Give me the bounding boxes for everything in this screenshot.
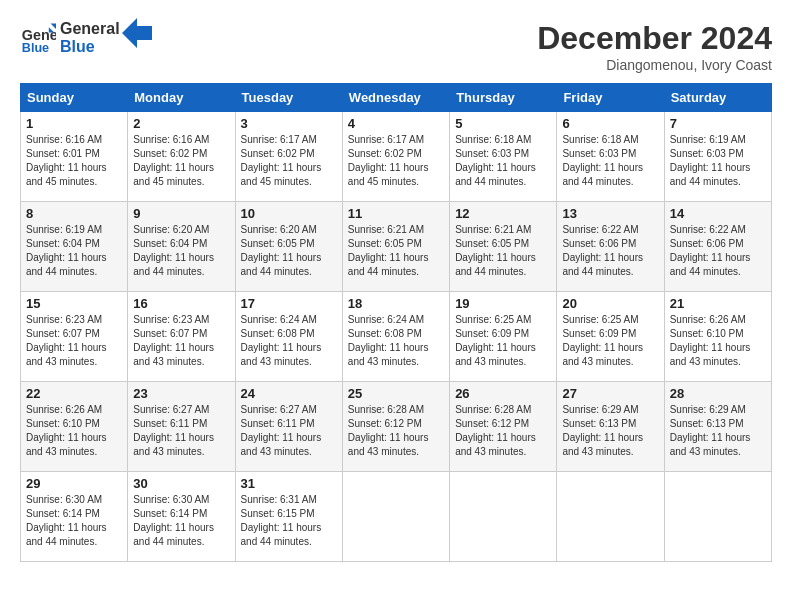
day-number: 29 <box>26 476 122 491</box>
calendar-cell: 10 Sunrise: 6:20 AM Sunset: 6:05 PM Dayl… <box>235 202 342 292</box>
day-info: Sunrise: 6:30 AM Sunset: 6:14 PM Dayligh… <box>26 493 122 549</box>
day-number: 1 <box>26 116 122 131</box>
day-number: 12 <box>455 206 551 221</box>
day-info: Sunrise: 6:29 AM Sunset: 6:13 PM Dayligh… <box>562 403 658 459</box>
day-info: Sunrise: 6:17 AM Sunset: 6:02 PM Dayligh… <box>348 133 444 189</box>
day-info: Sunrise: 6:26 AM Sunset: 6:10 PM Dayligh… <box>670 313 766 369</box>
header-tuesday: Tuesday <box>235 84 342 112</box>
day-number: 15 <box>26 296 122 311</box>
calendar-cell <box>557 472 664 562</box>
day-number: 28 <box>670 386 766 401</box>
header-saturday: Saturday <box>664 84 771 112</box>
logo-general: General <box>60 20 120 38</box>
day-number: 17 <box>241 296 337 311</box>
day-info: Sunrise: 6:21 AM Sunset: 6:05 PM Dayligh… <box>348 223 444 279</box>
day-number: 24 <box>241 386 337 401</box>
day-info: Sunrise: 6:24 AM Sunset: 6:08 PM Dayligh… <box>348 313 444 369</box>
calendar-cell: 13 Sunrise: 6:22 AM Sunset: 6:06 PM Dayl… <box>557 202 664 292</box>
day-info: Sunrise: 6:17 AM Sunset: 6:02 PM Dayligh… <box>241 133 337 189</box>
calendar-cell: 22 Sunrise: 6:26 AM Sunset: 6:10 PM Dayl… <box>21 382 128 472</box>
calendar-cell: 16 Sunrise: 6:23 AM Sunset: 6:07 PM Dayl… <box>128 292 235 382</box>
calendar-week-row: 15 Sunrise: 6:23 AM Sunset: 6:07 PM Dayl… <box>21 292 772 382</box>
calendar-cell: 2 Sunrise: 6:16 AM Sunset: 6:02 PM Dayli… <box>128 112 235 202</box>
calendar-cell: 31 Sunrise: 6:31 AM Sunset: 6:15 PM Dayl… <box>235 472 342 562</box>
day-number: 25 <box>348 386 444 401</box>
day-info: Sunrise: 6:27 AM Sunset: 6:11 PM Dayligh… <box>133 403 229 459</box>
calendar-cell <box>450 472 557 562</box>
calendar-week-row: 1 Sunrise: 6:16 AM Sunset: 6:01 PM Dayli… <box>21 112 772 202</box>
calendar-cell: 25 Sunrise: 6:28 AM Sunset: 6:12 PM Dayl… <box>342 382 449 472</box>
calendar-cell: 21 Sunrise: 6:26 AM Sunset: 6:10 PM Dayl… <box>664 292 771 382</box>
calendar-cell: 26 Sunrise: 6:28 AM Sunset: 6:12 PM Dayl… <box>450 382 557 472</box>
day-number: 10 <box>241 206 337 221</box>
day-info: Sunrise: 6:25 AM Sunset: 6:09 PM Dayligh… <box>562 313 658 369</box>
calendar-cell: 29 Sunrise: 6:30 AM Sunset: 6:14 PM Dayl… <box>21 472 128 562</box>
day-number: 18 <box>348 296 444 311</box>
day-info: Sunrise: 6:18 AM Sunset: 6:03 PM Dayligh… <box>562 133 658 189</box>
calendar-cell <box>664 472 771 562</box>
day-number: 4 <box>348 116 444 131</box>
logo-arrow-icon <box>122 18 152 48</box>
logo-icon: General Blue <box>20 20 56 56</box>
day-info: Sunrise: 6:31 AM Sunset: 6:15 PM Dayligh… <box>241 493 337 549</box>
day-number: 13 <box>562 206 658 221</box>
day-number: 20 <box>562 296 658 311</box>
calendar-cell: 23 Sunrise: 6:27 AM Sunset: 6:11 PM Dayl… <box>128 382 235 472</box>
day-info: Sunrise: 6:27 AM Sunset: 6:11 PM Dayligh… <box>241 403 337 459</box>
day-number: 27 <box>562 386 658 401</box>
day-number: 3 <box>241 116 337 131</box>
logo-blue: Blue <box>60 38 120 56</box>
location-label: Diangomenou, Ivory Coast <box>537 57 772 73</box>
day-info: Sunrise: 6:20 AM Sunset: 6:05 PM Dayligh… <box>241 223 337 279</box>
svg-text:General: General <box>22 27 56 43</box>
title-block: December 2024 Diangomenou, Ivory Coast <box>537 20 772 73</box>
header-friday: Friday <box>557 84 664 112</box>
day-info: Sunrise: 6:16 AM Sunset: 6:02 PM Dayligh… <box>133 133 229 189</box>
day-number: 5 <box>455 116 551 131</box>
calendar-week-row: 8 Sunrise: 6:19 AM Sunset: 6:04 PM Dayli… <box>21 202 772 292</box>
header-wednesday: Wednesday <box>342 84 449 112</box>
day-info: Sunrise: 6:28 AM Sunset: 6:12 PM Dayligh… <box>455 403 551 459</box>
day-number: 8 <box>26 206 122 221</box>
calendar-cell: 15 Sunrise: 6:23 AM Sunset: 6:07 PM Dayl… <box>21 292 128 382</box>
day-number: 31 <box>241 476 337 491</box>
day-info: Sunrise: 6:28 AM Sunset: 6:12 PM Dayligh… <box>348 403 444 459</box>
day-info: Sunrise: 6:20 AM Sunset: 6:04 PM Dayligh… <box>133 223 229 279</box>
calendar-cell: 27 Sunrise: 6:29 AM Sunset: 6:13 PM Dayl… <box>557 382 664 472</box>
calendar-cell: 20 Sunrise: 6:25 AM Sunset: 6:09 PM Dayl… <box>557 292 664 382</box>
calendar-cell: 9 Sunrise: 6:20 AM Sunset: 6:04 PM Dayli… <box>128 202 235 292</box>
calendar-cell: 28 Sunrise: 6:29 AM Sunset: 6:13 PM Dayl… <box>664 382 771 472</box>
day-info: Sunrise: 6:22 AM Sunset: 6:06 PM Dayligh… <box>670 223 766 279</box>
day-number: 6 <box>562 116 658 131</box>
day-info: Sunrise: 6:25 AM Sunset: 6:09 PM Dayligh… <box>455 313 551 369</box>
calendar-header-row: Sunday Monday Tuesday Wednesday Thursday… <box>21 84 772 112</box>
calendar-cell: 1 Sunrise: 6:16 AM Sunset: 6:01 PM Dayli… <box>21 112 128 202</box>
page-header: General Blue General Blue December 2024 … <box>20 20 772 73</box>
calendar-cell <box>342 472 449 562</box>
logo: General Blue General Blue <box>20 20 152 56</box>
calendar-cell: 14 Sunrise: 6:22 AM Sunset: 6:06 PM Dayl… <box>664 202 771 292</box>
day-info: Sunrise: 6:23 AM Sunset: 6:07 PM Dayligh… <box>26 313 122 369</box>
calendar-cell: 5 Sunrise: 6:18 AM Sunset: 6:03 PM Dayli… <box>450 112 557 202</box>
day-number: 2 <box>133 116 229 131</box>
day-number: 22 <box>26 386 122 401</box>
header-sunday: Sunday <box>21 84 128 112</box>
day-info: Sunrise: 6:26 AM Sunset: 6:10 PM Dayligh… <box>26 403 122 459</box>
day-info: Sunrise: 6:21 AM Sunset: 6:05 PM Dayligh… <box>455 223 551 279</box>
svg-marker-4 <box>122 18 152 48</box>
day-info: Sunrise: 6:24 AM Sunset: 6:08 PM Dayligh… <box>241 313 337 369</box>
svg-text:Blue: Blue <box>22 41 49 55</box>
day-number: 7 <box>670 116 766 131</box>
day-number: 26 <box>455 386 551 401</box>
calendar-cell: 6 Sunrise: 6:18 AM Sunset: 6:03 PM Dayli… <box>557 112 664 202</box>
header-thursday: Thursday <box>450 84 557 112</box>
calendar-table: Sunday Monday Tuesday Wednesday Thursday… <box>20 83 772 562</box>
day-number: 19 <box>455 296 551 311</box>
calendar-week-row: 22 Sunrise: 6:26 AM Sunset: 6:10 PM Dayl… <box>21 382 772 472</box>
calendar-week-row: 29 Sunrise: 6:30 AM Sunset: 6:14 PM Dayl… <box>21 472 772 562</box>
day-number: 30 <box>133 476 229 491</box>
calendar-cell: 3 Sunrise: 6:17 AM Sunset: 6:02 PM Dayli… <box>235 112 342 202</box>
day-number: 11 <box>348 206 444 221</box>
day-info: Sunrise: 6:23 AM Sunset: 6:07 PM Dayligh… <box>133 313 229 369</box>
day-info: Sunrise: 6:18 AM Sunset: 6:03 PM Dayligh… <box>455 133 551 189</box>
